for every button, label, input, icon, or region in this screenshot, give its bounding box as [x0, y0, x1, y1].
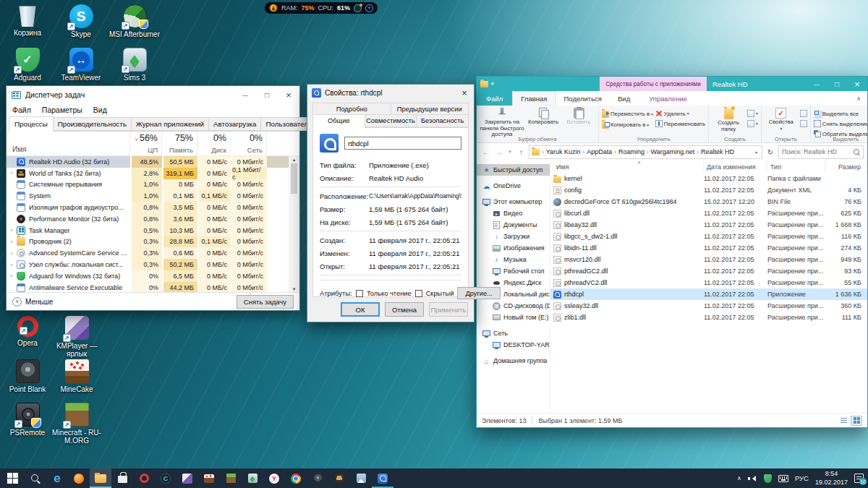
expand-icon[interactable]: [7, 225, 17, 236]
breadcrumb-segment[interactable]: Yaruk Kuzin: [546, 148, 581, 155]
desktop-icon-point-blank[interactable]: Point Blank: [1, 359, 54, 393]
search-input[interactable]: [782, 148, 851, 155]
collapse-ribbon-icon[interactable]: ∧: [850, 91, 867, 106]
tab-share[interactable]: Поделиться: [556, 91, 610, 106]
desktop-icon-minecraft[interactable]: ↗Minecraft - RU-M.ORG: [51, 403, 103, 445]
tab-manage[interactable]: Управление: [641, 91, 695, 106]
process-row[interactable]: System1,0%0,1 МБ0,1 МБ/с0 Мбит/с: [7, 190, 289, 202]
taskbar-icon-opera[interactable]: [133, 468, 155, 488]
sidebar-item-cd-drive[interactable]: CD-дисковод (D:): [477, 300, 550, 312]
breadcrumb-segment[interactable]: Roaming: [618, 148, 644, 155]
sidebar-item-documents[interactable]: Документы: [477, 219, 550, 231]
tray-overflow-icon[interactable]: ∧: [737, 475, 741, 481]
scrollbar[interactable]: ▴ ▾: [289, 156, 299, 292]
scroll-down-icon[interactable]: ▾: [293, 286, 296, 291]
file-column-header-2[interactable]: Тип: [767, 160, 825, 173]
end-task-button[interactable]: Снять задачу: [237, 295, 294, 309]
breadcrumb-segment[interactable]: Realtek HD: [701, 148, 734, 155]
desktop-icon-recycle-bin[interactable]: Корзина: [1, 4, 54, 37]
desktop-icon-msi-afterburner[interactable]: ↗MSI Afterburner: [109, 4, 161, 38]
taskbar-icon-sims[interactable]: [242, 468, 263, 488]
taskbar-icon-point-blank[interactable]: [307, 468, 328, 488]
process-row[interactable]: Task Manager0,5%10,3 МБ0 МБ/с0 Мбит/с: [7, 225, 289, 236]
keyboard-icon[interactable]: [778, 475, 788, 482]
column-header-name[interactable]: Имя: [7, 132, 130, 155]
scroll-thumb[interactable]: [291, 163, 297, 194]
clock[interactable]: 8:54 19.02.2017: [815, 470, 848, 487]
process-row[interactable]: Узел службы: локальная сист...0,3%50,2 М…: [7, 259, 289, 270]
file-row[interactable]: ssleay32.dll11.02.2017 22:05Расширение п…: [550, 300, 867, 312]
tab-view[interactable]: Вид: [610, 91, 638, 106]
taskbar-icon-realtek-audio[interactable]: [372, 468, 393, 488]
tab-file[interactable]: Файл: [477, 91, 512, 106]
taskbar-icon-kmplayer[interactable]: [176, 468, 198, 488]
add-icon[interactable]: [365, 4, 373, 12]
close-button[interactable]: [847, 77, 867, 91]
ribbon-item-select-none[interactable]: Снять выделение: [814, 120, 867, 127]
desktop-icon-kmplayer[interactable]: ↗KMPlayer — ярлык: [51, 316, 103, 358]
process-row[interactable]: Advanced SystemCare Service (...0,3%0,6 …: [7, 247, 289, 259]
language-indicator[interactable]: РУС: [795, 474, 809, 482]
desktop-icon-adguard[interactable]: ↗Adguard: [1, 48, 54, 82]
file-row[interactable]: decredGeForce GT 610gw256l4tc198415.02.2…: [550, 196, 867, 207]
sidebar-item-music[interactable]: Музыка: [477, 254, 550, 265]
file-row[interactable]: pthreadVC2.dll11.02.2017 22:05Расширение…: [550, 277, 867, 288]
tab-processes[interactable]: Процессы: [9, 116, 54, 132]
ribbon-item-new-folder[interactable]: Создать папку: [712, 108, 745, 132]
tab-compatibility[interactable]: Совместимость: [365, 114, 417, 127]
maximize-button[interactable]: [827, 77, 847, 91]
file-name-input[interactable]: [344, 137, 461, 150]
ribbon-item-new-item[interactable]: [747, 110, 758, 117]
breadcrumb-segment[interactable]: AppData: [587, 148, 612, 155]
sidebar-item-network[interactable]: Сеть: [477, 328, 550, 339]
ribbon-item-delete[interactable]: Удалить: [655, 110, 705, 117]
taskbar-icon-ccleaner[interactable]: [155, 468, 176, 488]
sidebar-item-downloads[interactable]: Загрузки: [477, 231, 550, 242]
tab-home[interactable]: Главная: [512, 91, 556, 106]
checkbox-read-only[interactable]: [356, 290, 363, 297]
tab-performance[interactable]: Производительность: [53, 117, 132, 131]
file-row[interactable]: rthdcpl11.02.2017 22:05Приложение1 636 К…: [550, 288, 867, 300]
forward-button[interactable]: [493, 148, 504, 156]
ribbon-item-pin[interactable]: Закрепить на панели быстрого доступа: [480, 108, 524, 138]
column-header-disk[interactable]: 0%Диск: [197, 132, 231, 155]
desktop-icon-teamviewer[interactable]: ↗TeamViewer: [55, 48, 107, 82]
column-header-net[interactable]: 0%Сеть: [231, 132, 267, 155]
tab-general[interactable]: Общие: [312, 114, 365, 128]
taskbar-icon-minecake[interactable]: [198, 468, 220, 488]
address-dropdown-icon[interactable]: [753, 150, 760, 155]
sidebar-item-quick-access[interactable]: Быстрый доступ: [477, 164, 550, 176]
taskbar-icon-photos[interactable]: [350, 468, 372, 488]
file-row[interactable]: libeay32.dll11.02.2017 22:05Расширение п…: [550, 219, 867, 231]
taskbar-icon-amigo[interactable]: [68, 468, 90, 488]
list-view-button[interactable]: [838, 416, 849, 426]
expand-icon[interactable]: [7, 259, 17, 270]
ribbon-item-rename[interactable]: Переименовать: [655, 120, 705, 127]
sidebar-item-volume[interactable]: Новый том (E:): [477, 312, 550, 323]
ribbon-item-history[interactable]: [800, 120, 807, 127]
gauge-icon[interactable]: [354, 4, 362, 12]
file-row[interactable]: libidn-11.dll11.02.2017 22:05Расширение …: [550, 242, 867, 254]
checkbox-hidden[interactable]: [415, 290, 422, 297]
history-dropdown-icon[interactable]: [506, 149, 514, 155]
file-column-header-0[interactable]: Имя: [553, 160, 704, 173]
ribbon-item-copyto[interactable]: Копировать в: [602, 121, 653, 129]
process-row[interactable]: Antimalware Service Executable0%44,2 МБ0…: [7, 282, 289, 292]
process-row[interactable]: Системные прерывания1,0%0 МБ0 МБ/с0 Мбит…: [7, 179, 289, 191]
search-box[interactable]: [778, 145, 864, 159]
tab-security[interactable]: Безопасность: [416, 114, 469, 127]
menu-file[interactable]: Файл: [12, 106, 31, 114]
close-button[interactable]: [278, 86, 299, 103]
file-column-header-3[interactable]: Размер: [825, 160, 867, 173]
close-icon[interactable]: [455, 85, 474, 100]
volume-icon[interactable]: [748, 474, 757, 482]
file-row[interactable]: config11.02.2017 22:05Документ XML4 КБ: [550, 184, 867, 196]
taskbar-icon-search[interactable]: [25, 468, 46, 488]
sidebar-item-videos[interactable]: Видео: [477, 207, 550, 219]
taskbar-icon-yandex-browser[interactable]: [263, 468, 285, 488]
file-column-header-1[interactable]: Дата изменения: [704, 160, 767, 173]
menu-view[interactable]: Вид: [93, 106, 107, 114]
taskbar-icon-start[interactable]: [0, 468, 25, 488]
ribbon-item-move[interactable]: Переместить в: [602, 110, 653, 118]
ribbon-item-easy-access[interactable]: [747, 120, 758, 127]
